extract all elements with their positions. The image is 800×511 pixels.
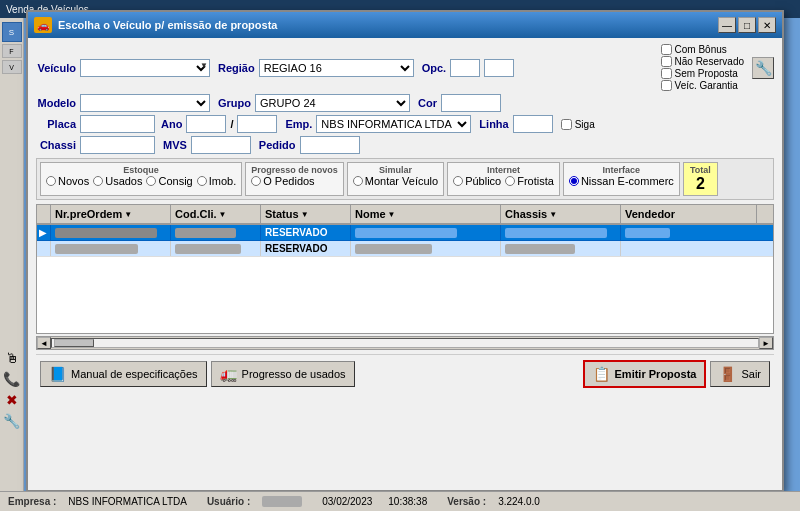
scroll-left-btn[interactable]: ◄ (37, 337, 51, 349)
grupo-label: Grupo (218, 97, 251, 109)
right-icon[interactable]: 🔧 (752, 57, 774, 79)
sidebar-bottom-4[interactable]: 🔧 (3, 413, 21, 431)
placa-input[interactable] (80, 115, 155, 133)
montar-radio-label[interactable]: Montar Veículo (353, 175, 438, 187)
sair-icon: 🚪 (719, 366, 736, 382)
emp-select[interactable]: NBS INFORMATICA LTDA (316, 115, 471, 133)
cor-label: Cor (418, 97, 437, 109)
th-vendedor[interactable]: Vendedor (621, 205, 757, 223)
nao-reservado-checkbox[interactable] (661, 56, 672, 67)
consig-radio[interactable] (146, 176, 156, 186)
pedido-input[interactable] (300, 136, 360, 154)
sidebar-icon-1[interactable]: S (2, 22, 22, 42)
usados-radio[interactable] (93, 176, 103, 186)
simular-group: Simular Montar Veículo (347, 162, 444, 196)
simular-label: Simular (353, 165, 438, 175)
publico-radio[interactable] (453, 176, 463, 186)
siga-checkbox[interactable] (561, 119, 572, 130)
mvs-input[interactable] (191, 136, 251, 154)
siga-label: Siga (575, 119, 595, 130)
nissan-radio[interactable] (569, 176, 579, 186)
form-row-2: Modelo Grupo GRUPO 24 Cor (36, 94, 774, 112)
checkbox-group: Com Bônus Não Reservado Sem Proposta Veí… (661, 44, 744, 91)
sem-proposta-checkbox[interactable] (661, 68, 672, 79)
pedidos-radio[interactable] (251, 176, 261, 186)
imob-radio[interactable] (197, 176, 207, 186)
table-row[interactable]: ▶ ████████████████ ████████14 RESERVADO … (37, 225, 773, 241)
dialog-title: Escolha o Veículo p/ emissão de proposta (58, 19, 277, 31)
filter-bar: Estoque Novos Usados Consig (36, 158, 774, 200)
siga-row: Siga (561, 119, 595, 130)
cor-input[interactable] (441, 94, 501, 112)
th-status[interactable]: Status ▼ (261, 205, 351, 223)
estoque-label: Estoque (46, 165, 236, 175)
th-indicator (37, 205, 51, 223)
th-cod[interactable]: Cod.Cli. ▼ (171, 205, 261, 223)
interface-group: Interface Nissan E-commerc (563, 162, 680, 196)
th-chassis[interactable]: Chassis ▼ (501, 205, 621, 223)
imob-radio-label[interactable]: Imob. (197, 175, 237, 187)
opc-input2[interactable] (484, 59, 514, 77)
ano-input2[interactable] (237, 115, 277, 133)
sair-button[interactable]: 🚪 Sair (710, 361, 770, 387)
scroll-thumb[interactable] (54, 339, 94, 347)
td-cod-2: ████████113 (171, 241, 261, 256)
maximize-button[interactable]: □ (738, 17, 756, 33)
grupo-select[interactable]: GRUPO 24 (255, 94, 410, 112)
estoque-group: Estoque Novos Usados Consig (40, 162, 242, 196)
sidebar-bottom-2[interactable]: 📞 (3, 371, 21, 389)
title-bar-left: 🚗 Escolha o Veículo p/ emissão de propos… (34, 17, 277, 33)
th-nome-text: Nome (355, 208, 386, 220)
left-sidebar: S F V 🖱 📞 ✖ 🔧 (0, 18, 24, 491)
montar-radio[interactable] (353, 176, 363, 186)
th-nr[interactable]: Nr.preOrdem ▼ (51, 205, 171, 223)
emitir-button[interactable]: 📋 Emitir Proposta (583, 360, 707, 388)
novos-radio-label[interactable]: Novos (46, 175, 89, 187)
novos-radio[interactable] (46, 176, 56, 186)
pedidos-radio-label[interactable]: O Pedidos (251, 175, 314, 187)
frotista-radio-label[interactable]: Frotista (505, 175, 554, 187)
com-bonus-label: Com Bônus (675, 44, 727, 55)
opc-input[interactable] (450, 59, 480, 77)
internet-radios: Público Frotista (453, 175, 554, 187)
slash-sep: / (230, 118, 233, 130)
minimize-button[interactable]: — (718, 17, 736, 33)
sem-proposta-label: Sem Proposta (675, 68, 738, 79)
usuario-label: Usuário : (207, 496, 250, 507)
ano-input[interactable] (186, 115, 226, 133)
estoque-radios: Novos Usados Consig Imob. (46, 175, 236, 187)
veic-garantia-checkbox[interactable] (661, 80, 672, 91)
h-scrollbar[interactable]: ◄ ► (36, 336, 774, 350)
regiao-label: Região (218, 62, 255, 74)
pedidos-label: O Pedidos (263, 175, 314, 187)
date-value: 03/02/2023 (322, 496, 372, 507)
scroll-track[interactable] (51, 338, 759, 348)
sidebar-icon-3[interactable]: V (2, 60, 22, 74)
usados-radio-label[interactable]: Usados (93, 175, 142, 187)
close-button[interactable]: ✕ (758, 17, 776, 33)
modelo-select[interactable] (80, 94, 210, 112)
th-nome[interactable]: Nome ▼ (351, 205, 501, 223)
td-nome-1: ████████████████ (351, 225, 501, 240)
emitir-icon: 📋 (593, 366, 610, 382)
frotista-radio[interactable] (505, 176, 515, 186)
sidebar-bottom-1[interactable]: 🖱 (3, 350, 21, 368)
veiculo-select[interactable] (80, 59, 210, 77)
linha-input[interactable] (513, 115, 553, 133)
usados-label: Usados (105, 175, 142, 187)
regiao-select[interactable]: REGIAO 16 (259, 59, 414, 77)
nao-reservado-row: Não Reservado (661, 56, 744, 67)
nissan-radio-label[interactable]: Nissan E-commerc (569, 175, 674, 187)
progresso-button[interactable]: 🚛 Progresso de usados (211, 361, 355, 387)
table-row[interactable]: █████████████ ████████113 RESERVADO ████… (37, 241, 773, 257)
chassi-input[interactable] (80, 136, 155, 154)
manual-button[interactable]: 📘 Manual de especificações (40, 361, 207, 387)
sidebar-bottom-3[interactable]: ✖ (3, 392, 21, 410)
publico-radio-label[interactable]: Público (453, 175, 501, 187)
th-cod-arrow: ▼ (219, 210, 227, 219)
consig-radio-label[interactable]: Consig (146, 175, 192, 187)
com-bonus-checkbox[interactable] (661, 44, 672, 55)
scroll-right-btn[interactable]: ► (759, 337, 773, 349)
sidebar-icon-2[interactable]: F (2, 44, 22, 58)
table-body: ▶ ████████████████ ████████14 RESERVADO … (37, 225, 773, 325)
